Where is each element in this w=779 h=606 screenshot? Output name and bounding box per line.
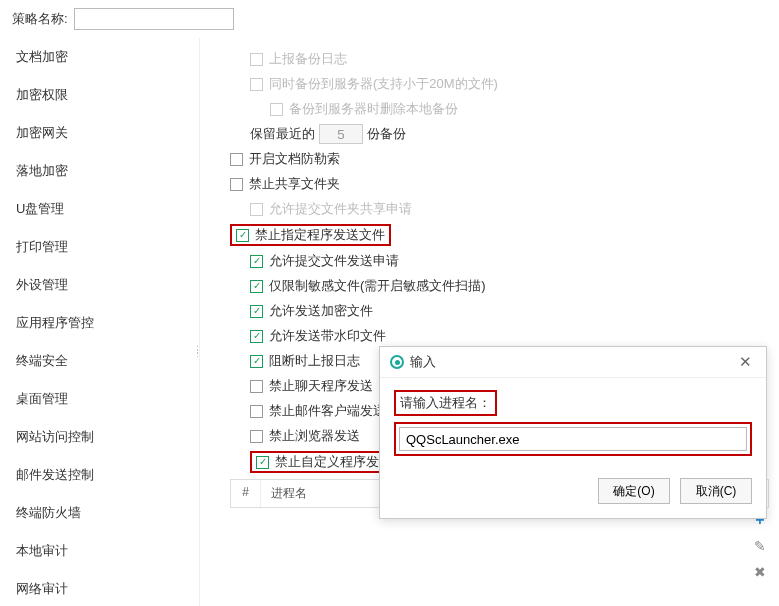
dialog-label: 请输入进程名： xyxy=(400,395,491,410)
checkbox-allow-file-send-apply[interactable] xyxy=(250,255,263,268)
checkbox-forbid-mail-client[interactable] xyxy=(250,405,263,418)
dialog-title: 输入 xyxy=(410,353,735,371)
keep-recent-input[interactable] xyxy=(319,124,363,144)
sidebar-item-network-audit[interactable]: 网络审计 xyxy=(0,570,199,606)
sidebar-item-mail-send[interactable]: 邮件发送控制 xyxy=(0,456,199,494)
label-upload-backup-log: 上报备份日志 xyxy=(269,50,347,68)
label-ransom-protect: 开启文档防勒索 xyxy=(249,150,340,168)
policy-name-label: 策略名称: xyxy=(12,10,68,28)
dialog-icon xyxy=(390,355,404,369)
checkbox-only-sensitive[interactable] xyxy=(250,280,263,293)
sidebar-item-encrypt-perm[interactable]: 加密权限 xyxy=(0,76,199,114)
label-keep-recent-prefix: 保留最近的 xyxy=(250,125,315,143)
delete-icon[interactable]: ✖ xyxy=(751,563,769,581)
edit-icon[interactable]: ✎ xyxy=(751,537,769,555)
ok-button[interactable]: 确定(O) xyxy=(598,478,670,504)
sidebar-item-endpoint-security[interactable]: 终端安全 xyxy=(0,342,199,380)
input-dialog: 输入 ✕ 请输入进程名： 确定(O) 取消(C) xyxy=(379,346,767,519)
checkbox-delete-local[interactable] xyxy=(270,103,283,116)
policy-name-input[interactable] xyxy=(74,8,234,30)
checkbox-forbid-browser[interactable] xyxy=(250,430,263,443)
label-forbid-share: 禁止共享文件夹 xyxy=(249,175,340,193)
sidebar-item-peripheral[interactable]: 外设管理 xyxy=(0,266,199,304)
label-forbid-program-send: 禁止指定程序发送文件 xyxy=(255,226,385,244)
sidebar-item-print[interactable]: 打印管理 xyxy=(0,228,199,266)
label-forbid-custom: 禁止自定义程序发送 xyxy=(275,453,392,471)
cancel-button[interactable]: 取消(C) xyxy=(680,478,752,504)
sidebar-item-encrypt-gateway[interactable]: 加密网关 xyxy=(0,114,199,152)
label-forbid-mail-client: 禁止邮件客户端发送 xyxy=(269,402,386,420)
label-backup-to-server: 同时备份到服务器(支持小于20M的文件) xyxy=(269,75,498,93)
resize-handle-icon[interactable]: ⋮⋮ xyxy=(193,348,200,356)
sidebar-item-web-access[interactable]: 网站访问控制 xyxy=(0,418,199,456)
checkbox-forbid-share[interactable] xyxy=(230,178,243,191)
checkbox-allow-share-apply[interactable] xyxy=(250,203,263,216)
label-log-on-block: 阻断时上报日志 xyxy=(269,352,360,370)
label-keep-recent-suffix: 份备份 xyxy=(367,125,406,143)
process-name-input[interactable] xyxy=(399,427,747,451)
sidebar-item-usb[interactable]: U盘管理 xyxy=(0,190,199,228)
checkbox-backup-to-server[interactable] xyxy=(250,78,263,91)
label-allow-share-apply: 允许提交文件夹共享申请 xyxy=(269,200,412,218)
checkbox-forbid-custom[interactable] xyxy=(256,456,269,469)
checkbox-allow-encrypted[interactable] xyxy=(250,305,263,318)
sidebar-item-landing-encrypt[interactable]: 落地加密 xyxy=(0,152,199,190)
label-allow-file-send-apply: 允许提交文件发送申请 xyxy=(269,252,399,270)
main-panel: 上报备份日志 同时备份到服务器(支持小于20M的文件) 备份到服务器时删除本地备… xyxy=(200,38,779,606)
sidebar-item-desktop[interactable]: 桌面管理 xyxy=(0,380,199,418)
checkbox-allow-watermark[interactable] xyxy=(250,330,263,343)
checkbox-log-on-block[interactable] xyxy=(250,355,263,368)
checkbox-forbid-program-send[interactable] xyxy=(236,229,249,242)
checkbox-forbid-chat[interactable] xyxy=(250,380,263,393)
label-forbid-browser: 禁止浏览器发送 xyxy=(269,427,360,445)
sidebar-item-doc-encrypt[interactable]: 文档加密 xyxy=(0,38,199,76)
sidebar: 文档加密 加密权限 加密网关 落地加密 U盘管理 打印管理 外设管理 应用程序管… xyxy=(0,38,200,606)
sidebar-item-firewall[interactable]: 终端防火墙 xyxy=(0,494,199,532)
label-only-sensitive: 仅限制敏感文件(需开启敏感文件扫描) xyxy=(269,277,486,295)
checkbox-upload-backup-log[interactable] xyxy=(250,53,263,66)
col-hash: # xyxy=(231,480,261,507)
label-allow-encrypted: 允许发送加密文件 xyxy=(269,302,373,320)
checkbox-ransom-protect[interactable] xyxy=(230,153,243,166)
col-process: 进程名 xyxy=(261,480,317,507)
close-icon[interactable]: ✕ xyxy=(735,353,756,371)
label-forbid-chat: 禁止聊天程序发送 xyxy=(269,377,373,395)
label-allow-watermark: 允许发送带水印文件 xyxy=(269,327,386,345)
sidebar-item-local-audit[interactable]: 本地审计 xyxy=(0,532,199,570)
sidebar-item-app-control[interactable]: 应用程序管控 xyxy=(0,304,199,342)
label-delete-local: 备份到服务器时删除本地备份 xyxy=(289,100,458,118)
